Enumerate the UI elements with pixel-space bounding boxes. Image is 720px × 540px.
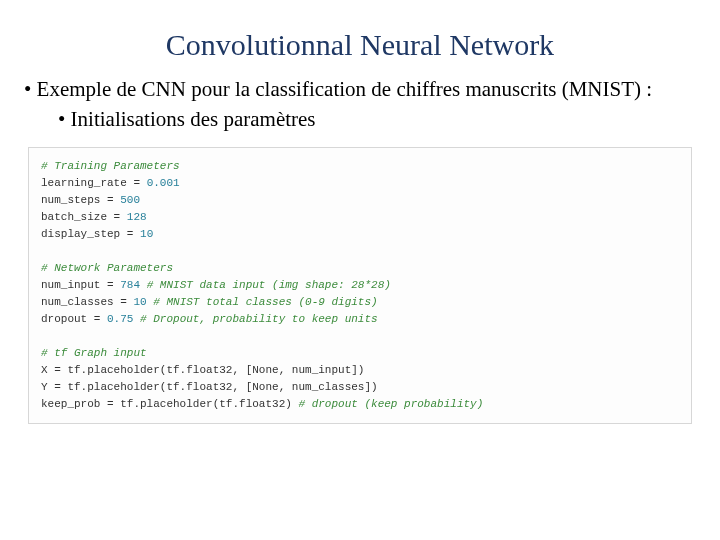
code-line: batch_size = 128	[41, 211, 147, 223]
code-line: num_steps = 500	[41, 194, 140, 206]
code-line: X = tf.placeholder(tf.float32, [None, nu…	[41, 364, 364, 376]
code-line: keep_prob = tf.placeholder(tf.float32) #…	[41, 398, 483, 410]
code-line: num_classes = 10 # MNIST total classes (…	[41, 296, 378, 308]
code-line: num_input = 784 # MNIST data input (img …	[41, 279, 391, 291]
code-line: learning_rate = 0.001	[41, 177, 180, 189]
code-line: display_step = 10	[41, 228, 153, 240]
code-blank	[41, 245, 48, 257]
code-blank	[41, 330, 48, 342]
slide: Convolutionnal Neural Network • Exemple …	[0, 0, 720, 444]
code-comment: # Network Parameters	[41, 262, 173, 274]
slide-title: Convolutionnal Neural Network	[24, 28, 696, 62]
code-comment: # tf Graph input	[41, 347, 147, 359]
bullet-level-1: • Exemple de CNN pour la classification …	[24, 76, 696, 102]
code-block: # Training Parameters learning_rate = 0.…	[28, 147, 692, 425]
bullet-level-2: • Initialisations des paramètres	[58, 106, 696, 132]
code-line: dropout = 0.75 # Dropout, probability to…	[41, 313, 378, 325]
code-line: Y = tf.placeholder(tf.float32, [None, nu…	[41, 381, 378, 393]
code-comment: # Training Parameters	[41, 160, 180, 172]
